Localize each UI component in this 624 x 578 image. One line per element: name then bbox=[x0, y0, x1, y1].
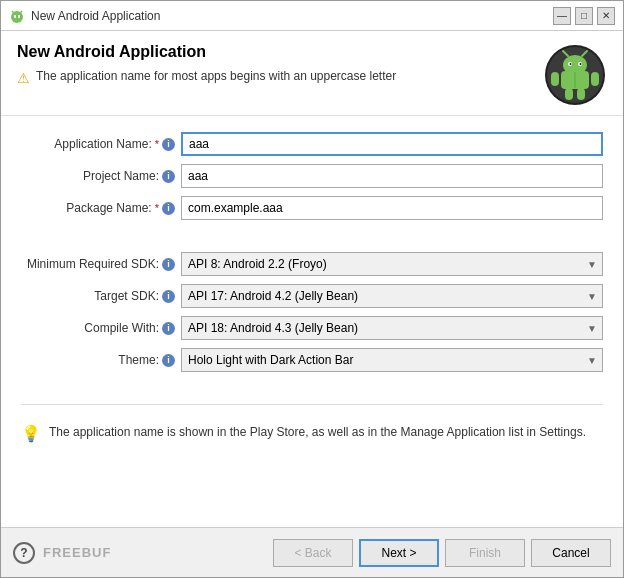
svg-rect-17 bbox=[565, 88, 573, 100]
svg-line-3 bbox=[12, 11, 14, 13]
theme-label: Theme: i bbox=[21, 353, 181, 367]
target-sdk-select-wrapper: API 17: Android 4.2 (Jelly Bean) ▼ bbox=[181, 284, 603, 308]
content-area: New Android Application ⚠ The applicatio… bbox=[1, 31, 623, 527]
application-name-input[interactable] bbox=[181, 132, 603, 156]
target-sdk-label: Target SDK: i bbox=[21, 289, 181, 303]
android-title-icon bbox=[9, 8, 25, 24]
compile-with-select[interactable]: API 18: Android 4.3 (Jelly Bean) bbox=[181, 316, 603, 340]
package-name-info-icon[interactable]: i bbox=[162, 202, 175, 215]
header-left: New Android Application ⚠ The applicatio… bbox=[17, 43, 533, 86]
package-name-input[interactable] bbox=[181, 196, 603, 220]
warning-message: The application name for most apps begin… bbox=[36, 69, 396, 83]
warning-icon: ⚠ bbox=[17, 70, 30, 86]
compile-with-info-icon[interactable]: i bbox=[162, 322, 175, 335]
maximize-button[interactable]: □ bbox=[575, 7, 593, 25]
theme-select-wrapper: Holo Light with Dark Action Bar ▼ bbox=[181, 348, 603, 372]
target-sdk-row: Target SDK: i API 17: Android 4.2 (Jelly… bbox=[21, 284, 603, 308]
back-button[interactable]: < Back bbox=[273, 539, 353, 567]
warning-row: ⚠ The application name for most apps beg… bbox=[17, 69, 533, 86]
compile-with-select-wrapper: API 18: Android 4.3 (Jelly Bean) ▼ bbox=[181, 316, 603, 340]
finish-button[interactable]: Finish bbox=[445, 539, 525, 567]
min-sdk-select-wrapper: API 8: Android 2.2 (Froyo) ▼ bbox=[181, 252, 603, 276]
cancel-button[interactable]: Cancel bbox=[531, 539, 611, 567]
svg-point-11 bbox=[570, 63, 572, 65]
svg-line-4 bbox=[20, 11, 22, 13]
project-name-input[interactable] bbox=[181, 164, 603, 188]
close-button[interactable]: ✕ bbox=[597, 7, 615, 25]
bottom-right: < Back Next > Finish Cancel bbox=[273, 539, 611, 567]
required-marker2: * bbox=[155, 202, 159, 214]
project-name-label: Project Name: i bbox=[21, 169, 181, 183]
theme-info-icon[interactable]: i bbox=[162, 354, 175, 367]
project-name-row: Project Name: i bbox=[21, 164, 603, 188]
help-button[interactable]: ? bbox=[13, 542, 35, 564]
title-bar-left: New Android Application bbox=[9, 8, 160, 24]
application-name-label: Application Name: * i bbox=[21, 137, 181, 151]
target-sdk-info-icon[interactable]: i bbox=[162, 290, 175, 303]
next-button[interactable]: Next > bbox=[359, 539, 439, 567]
min-sdk-label: Minimum Required SDK: i bbox=[21, 257, 181, 271]
bottom-bar: ? FREEBUF < Back Next > Finish Cancel bbox=[1, 527, 623, 577]
header-section: New Android Application ⚠ The applicatio… bbox=[1, 31, 623, 116]
info-section: 💡 The application name is shown in the P… bbox=[1, 413, 623, 453]
min-sdk-select[interactable]: API 8: Android 2.2 (Froyo) bbox=[181, 252, 603, 276]
svg-point-12 bbox=[580, 63, 582, 65]
watermark-text: FREEBUF bbox=[43, 545, 111, 560]
title-bar-controls: — □ ✕ bbox=[553, 7, 615, 25]
compile-with-label: Compile With: i bbox=[21, 321, 181, 335]
target-sdk-select[interactable]: API 17: Android 4.2 (Jelly Bean) bbox=[181, 284, 603, 308]
required-marker: * bbox=[155, 138, 159, 150]
title-bar-title: New Android Application bbox=[31, 9, 160, 23]
application-name-row: Application Name: * i bbox=[21, 132, 603, 156]
svg-rect-1 bbox=[14, 15, 16, 18]
lightbulb-icon: 💡 bbox=[21, 424, 41, 443]
package-name-label: Package Name: * i bbox=[21, 201, 181, 215]
svg-rect-18 bbox=[577, 88, 585, 100]
title-bar: New Android Application — □ ✕ bbox=[1, 1, 623, 31]
info-text: The application name is shown in the Pla… bbox=[49, 423, 586, 441]
sdk-section: Minimum Required SDK: i API 8: Android 2… bbox=[1, 252, 623, 396]
dialog-title: New Android Application bbox=[17, 43, 533, 61]
min-sdk-row: Minimum Required SDK: i API 8: Android 2… bbox=[21, 252, 603, 276]
package-name-row: Package Name: * i bbox=[21, 196, 603, 220]
form-section: Application Name: * i Project Name: i Pa… bbox=[1, 116, 623, 244]
bottom-left: ? FREEBUF bbox=[13, 542, 273, 564]
project-name-info-icon[interactable]: i bbox=[162, 170, 175, 183]
svg-rect-16 bbox=[591, 72, 599, 86]
theme-row: Theme: i Holo Light with Dark Action Bar… bbox=[21, 348, 603, 372]
application-name-info-icon[interactable]: i bbox=[162, 138, 175, 151]
divider bbox=[21, 404, 603, 405]
min-sdk-info-icon[interactable]: i bbox=[162, 258, 175, 271]
android-logo bbox=[543, 43, 607, 107]
compile-with-row: Compile With: i API 18: Android 4.3 (Jel… bbox=[21, 316, 603, 340]
svg-rect-2 bbox=[18, 15, 20, 18]
theme-select[interactable]: Holo Light with Dark Action Bar bbox=[181, 348, 603, 372]
main-window: New Android Application — □ ✕ New Androi… bbox=[0, 0, 624, 578]
svg-rect-15 bbox=[551, 72, 559, 86]
minimize-button[interactable]: — bbox=[553, 7, 571, 25]
